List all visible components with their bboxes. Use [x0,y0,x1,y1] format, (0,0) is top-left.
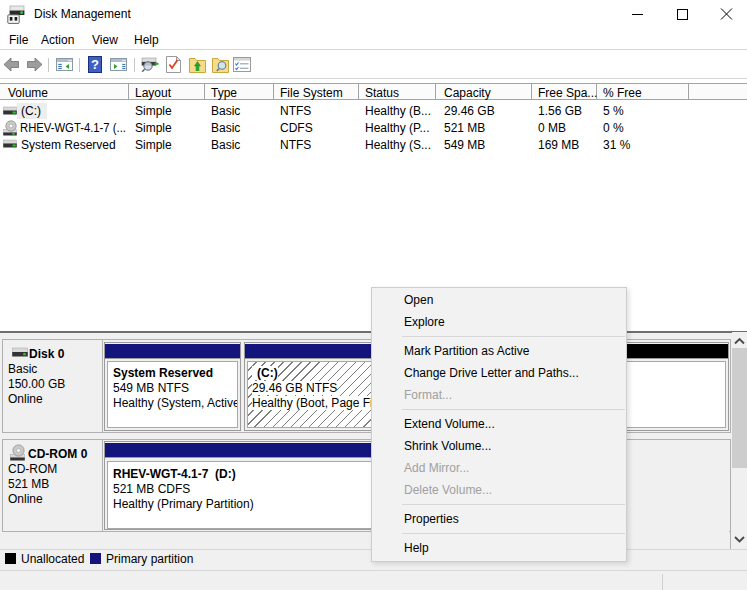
svg-text:?: ? [91,57,99,72]
